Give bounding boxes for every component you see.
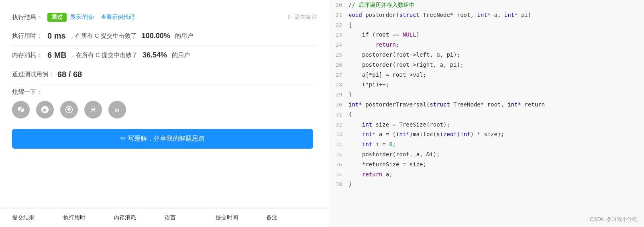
weibo-share-btn[interactable]: [36, 101, 54, 119]
code-token: (*pi)++;: [348, 81, 389, 88]
code-token: * a = (: [372, 131, 396, 137]
code-token: int: [396, 131, 406, 137]
qq-share-btn[interactable]: [60, 101, 78, 119]
write-solution-button[interactable]: ✏ 写题解，分享我的解题思路: [12, 129, 313, 149]
code-token: ): [416, 31, 420, 38]
code-line: 32 int size = TreeSize(root);: [329, 120, 644, 130]
code-token: TreeNode* root,: [420, 12, 477, 18]
line-content: void postorder(struct TreeNode* root, in…: [348, 10, 644, 19]
testcase-row: 通过测试用例： 68 / 68: [12, 65, 317, 84]
code-token: 0: [389, 141, 392, 147]
code-token: postorder(root->left, a, pi);: [348, 51, 460, 58]
line-number: 25: [329, 51, 348, 59]
col-submit-result: 提交结果: [12, 214, 63, 221]
mem-row: 内存消耗： 6 MB ，在所有 C 提交中击败了 36.54% 的用户: [12, 46, 317, 65]
linkedin-share-btn[interactable]: in: [108, 101, 126, 119]
code-token: ) * size);: [471, 131, 504, 137]
line-number: 32: [329, 121, 348, 129]
douban-share-btn[interactable]: 豆: [84, 101, 102, 119]
time-suffix: 的用户: [175, 32, 193, 40]
bottom-bar: 提交结果 执行用时 内存消耗 语言 提交时间 备注: [0, 208, 329, 227]
line-number: 20: [329, 1, 348, 10]
line-number: 26: [329, 61, 348, 70]
line-content: (*pi)++;: [348, 80, 644, 89]
code-token: ;: [393, 141, 396, 147]
code-token: NULL: [403, 31, 416, 38]
left-panel: 执行结果： 通过 显示详情› 查看示例代码 ▷ 添加备注 执行用时： 0 ms …: [0, 0, 329, 227]
time-row: 执行用时： 0 ms ，在所有 C 提交中击败了 100.00% 的用户: [12, 27, 317, 46]
time-value: 0 ms: [47, 31, 66, 41]
code-line: 21void postorder(struct TreeNode* root, …: [329, 10, 644, 20]
code-token: struct: [399, 12, 420, 18]
line-content: postorder(root, a, &i);: [348, 150, 644, 159]
code-token: a[*pi] = root->val;: [348, 72, 426, 78]
line-content: if (root == NULL): [348, 30, 644, 39]
code-token: [348, 171, 362, 178]
code-token: [348, 41, 375, 48]
line-number: 31: [329, 111, 348, 119]
code-token: (: [457, 131, 460, 137]
mem-pct: 36.54%: [143, 51, 167, 59]
code-line: 37 return a;: [329, 170, 644, 180]
mem-value: 6 MB: [47, 51, 67, 60]
code-token: void: [348, 12, 362, 18]
share-label: 炫耀一下：: [12, 88, 317, 96]
line-number: 27: [329, 71, 348, 80]
wechat-share-btn[interactable]: [12, 101, 30, 119]
code-token: postorder(root->right, a, pi);: [348, 61, 464, 68]
code-token: postorder(: [362, 12, 399, 18]
view-example-link[interactable]: 查看示例代码: [101, 14, 135, 21]
code-token: TreeNode* root,: [450, 101, 507, 108]
line-content: int* a = (int*)malloc(sizeof(int) * size…: [348, 130, 644, 139]
line-number: 37: [329, 171, 348, 179]
code-line: 25 postorder(root->left, a, pi);: [329, 50, 644, 60]
line-content: int* postorderTraversal(struct TreeNode*…: [348, 100, 644, 109]
code-token: int: [504, 12, 514, 18]
mem-label: 内存消耗：: [12, 51, 44, 59]
line-content: }: [348, 180, 644, 188]
code-token: * return: [518, 101, 544, 108]
line-content: }: [348, 90, 644, 99]
share-section: 炫耀一下： 豆 in: [12, 84, 317, 123]
line-content: {: [348, 20, 644, 29]
time-pct: 100.00%: [142, 32, 170, 40]
result-row: 执行结果： 通过 显示详情› 查看示例代码 ▷ 添加备注: [12, 8, 317, 27]
code-token: ;: [396, 41, 399, 48]
line-number: 29: [329, 91, 348, 99]
code-line: 31{: [329, 110, 644, 120]
code-line: 26 postorder(root->right, a, pi);: [329, 60, 644, 70]
code-line: 23 if (root == NULL): [329, 30, 644, 40]
code-token: [348, 131, 362, 137]
line-number: 28: [329, 81, 348, 89]
pass-badge: 通过: [47, 13, 67, 22]
code-token: size = TreeSize(root);: [372, 121, 450, 128]
line-number: 22: [329, 21, 348, 30]
code-token: * postorderTraversal(: [359, 101, 430, 108]
line-number: 33: [329, 131, 348, 139]
share-icons: 豆 in: [12, 101, 317, 119]
line-number: 34: [329, 141, 348, 149]
code-line: 38}: [329, 179, 644, 189]
line-content: postorder(root->left, a, pi);: [348, 50, 644, 59]
code-token: {: [348, 111, 352, 118]
code-token: sizeof: [436, 131, 457, 137]
line-content: a[*pi] = root->val;: [348, 70, 644, 79]
col-mem: 内存消耗: [114, 214, 165, 221]
show-detail-link[interactable]: 显示详情›: [70, 14, 94, 21]
code-token: * a,: [487, 12, 504, 18]
code-token: int: [362, 121, 372, 128]
code-line: 35 postorder(root, a, &i);: [329, 149, 644, 160]
code-token: [348, 141, 362, 147]
line-number: 35: [329, 151, 348, 159]
code-token: {: [348, 22, 352, 28]
col-submit-time: 提交时间: [216, 214, 267, 221]
code-line: 24 return;: [329, 40, 644, 50]
code-token: }: [348, 91, 352, 98]
code-token: return: [362, 171, 383, 178]
add-note-btn[interactable]: ▷ 添加备注: [287, 14, 317, 21]
code-token: [348, 121, 362, 128]
testcase-label: 通过测试用例：: [12, 71, 54, 78]
line-content: return;: [348, 40, 644, 49]
code-token: struct: [430, 101, 450, 108]
code-line: 34 int i = 0;: [329, 139, 644, 149]
